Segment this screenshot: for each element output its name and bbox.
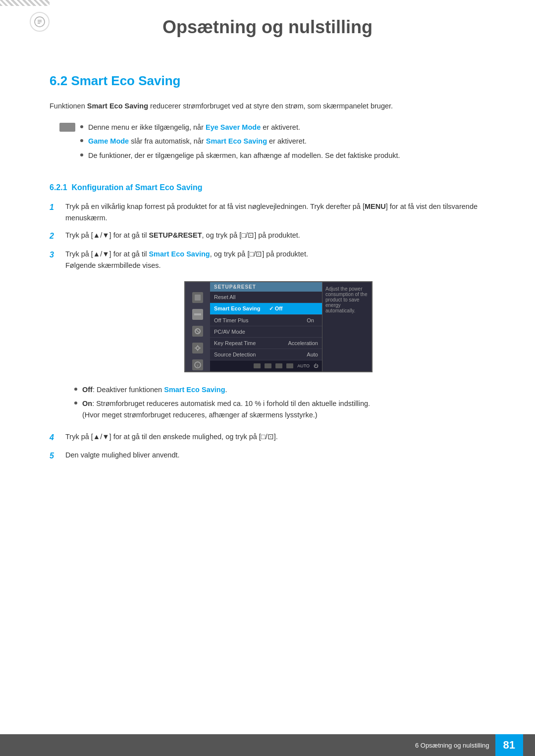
step-3-num: 3	[50, 249, 61, 261]
screen-container: i SETUP&RESET Reset All Smart Eco Saving…	[61, 281, 495, 372]
step-4: 4 Tryk på [▲/▼] for at gå til den ønsked…	[50, 431, 495, 444]
note-3-text: De funktioner, der er tilgængelige på sk…	[88, 150, 400, 161]
off-timer-label: Off Timer Plus	[214, 317, 248, 323]
page-title: Opsætning og nulstilling	[30, 17, 505, 38]
on-subtext: (Hvor meget strømforbruget reduceres, af…	[82, 409, 318, 421]
svg-point-9	[197, 345, 198, 346]
notes-list: Denne menu er ikke tilgængelig, når Eye …	[80, 122, 400, 161]
bullet-dot-2	[80, 139, 83, 142]
bullet-dot-on	[74, 402, 77, 404]
bullet-dot-off	[74, 388, 77, 391]
section-heading: 6.2 Smart Eco Saving	[50, 73, 495, 89]
page-footer: 6 Opsætning og nulstilling 81	[0, 734, 535, 756]
svg-text:i: i	[197, 363, 198, 368]
monitor-icon-info: i	[192, 359, 203, 370]
menu-item-off-timer: Off Timer Plus On	[210, 315, 322, 326]
svg-rect-4	[195, 295, 201, 301]
monitor-side-text: Adjust the power consumption of the prod…	[325, 286, 369, 313]
step-2-bold: SETUP&RESET	[149, 231, 202, 239]
svg-line-7	[196, 329, 200, 333]
step-2: 2 Tryk på [▲/▼] for at gå til SETUP&RESE…	[50, 230, 495, 243]
monitor-icon-1	[192, 292, 203, 303]
note-2-text: Game Mode slår fra automatisk, når Smart…	[88, 136, 307, 147]
svg-point-8	[196, 347, 199, 350]
intro-text-after: reducerer strømforbruget ved at styre de…	[148, 102, 393, 110]
monitor-bottom-bar: AUTO ⏻	[210, 360, 322, 371]
menu-item-pcav: PC/AV Mode	[210, 326, 322, 338]
step-3-bold: Smart Eco Saving	[149, 250, 210, 258]
source-label: Source Detection	[214, 352, 256, 357]
step-2-num: 2	[50, 230, 61, 243]
note-item-1: Denne menu er ikke tilgængelig, når Eye …	[80, 122, 400, 133]
bullet-off: Off: Deaktiver funktionen Smart Eco Savi…	[74, 384, 495, 396]
step-5-num: 5	[50, 450, 61, 462]
note-1-bold: Eye Saver Mode	[206, 123, 261, 131]
intro-text-before: Funktionen	[50, 102, 87, 110]
submenu-off: ✓ Off	[266, 304, 286, 313]
section-number: 6.2	[50, 73, 67, 88]
note-2-bold2: Smart Eco Saving	[206, 137, 267, 145]
step-5-text: Den valgte mulighed bliver anvendt.	[65, 450, 495, 461]
content-area: 6.2 Smart Eco Saving Funktionen Smart Ec…	[0, 49, 535, 510]
bottom-power-icon: ⏻	[314, 363, 318, 368]
on-text: On: Strømforbruget reduceres automatisk …	[82, 398, 370, 409]
menu-item-source: Source Detection Auto	[210, 349, 322, 360]
monitor-left-icons: i	[185, 282, 210, 371]
step-3-text: Tryk på [▲/▼] for at gå til Smart Eco Sa…	[65, 249, 495, 271]
source-value: Auto	[307, 352, 318, 357]
bullet-dot-3	[80, 153, 83, 156]
subsection-heading: 6.2.1 Konfiguration af Smart Eco Saving	[50, 183, 495, 192]
subsection-title: Konfiguration af Smart Eco Saving	[71, 183, 202, 192]
menu-item-keyrepeat: Key Repeat Time Acceleration	[210, 338, 322, 349]
page-title-bar: Opsætning og nulstilling	[0, 6, 535, 49]
monitor-center-menu: SETUP&RESET Reset All Smart Eco Saving ✓…	[210, 282, 322, 371]
note-item-3: De funktioner, der er tilgængelige på sk…	[80, 150, 400, 161]
top-stripe-decoration	[0, 0, 50, 6]
monitor-icon-gear	[192, 343, 203, 353]
step-1: 1 Tryk på en vilkårlig knap forrest på p…	[50, 201, 495, 224]
bottom-icon-4	[286, 363, 293, 368]
step-2-text: Tryk på [▲/▼] for at gå til SETUP&RESET,…	[65, 230, 495, 241]
monitor-screen: i SETUP&RESET Reset All Smart Eco Saving…	[184, 281, 373, 372]
bottom-icon-1	[254, 363, 261, 368]
off-on-bullets: Off: Deaktiver funktionen Smart Eco Savi…	[74, 384, 495, 421]
bullet-on: On: Strømforbruget reduceres automatisk …	[74, 398, 495, 421]
submenu-on: On	[307, 317, 318, 323]
menu-item-reset-all: Reset All	[210, 292, 322, 303]
bullet-dot	[80, 125, 83, 128]
step-1-bold: MENU	[365, 202, 386, 210]
menu-item-smart-eco: Smart Eco Saving ✓ Off	[210, 303, 322, 315]
note-block: Denne menu er ikke tilgængelig, når Eye …	[50, 122, 495, 173]
step-3-subtext: Følgende skærmbillede vises.	[65, 261, 161, 269]
step-1-num: 1	[50, 201, 61, 214]
step-3: 3 Tryk på [▲/▼] for at gå til Smart Eco …	[50, 249, 495, 271]
svg-point-11	[195, 348, 196, 349]
note-item-2: Game Mode slår fra automatisk, når Smart…	[80, 136, 400, 147]
bottom-icon-2	[265, 363, 271, 368]
chapter-badge	[30, 12, 50, 32]
step-5: 5 Den valgte mulighed bliver anvendt.	[50, 450, 495, 462]
key-repeat-label: Key Repeat Time	[214, 340, 256, 346]
intro-bold-term: Smart Eco Saving	[87, 102, 148, 110]
on-label: On	[82, 400, 92, 407]
subsection-number: 6.2.1	[50, 183, 67, 192]
monitor-icon-3	[192, 326, 203, 337]
bottom-auto-label: AUTO	[297, 363, 310, 368]
off-text: Off: Deaktiver funktionen Smart Eco Savi…	[82, 384, 227, 396]
section-title: Smart Eco Saving	[71, 73, 180, 88]
note-1-text: Denne menu er ikke tilgængelig, når Eye …	[88, 122, 300, 133]
off-bold-term: Smart Eco Saving	[164, 386, 225, 394]
svg-rect-5	[194, 313, 201, 315]
footer-page-number: 81	[495, 734, 523, 756]
bottom-icon-3	[275, 363, 282, 368]
steps-list: 1 Tryk på en vilkårlig knap forrest på p…	[50, 201, 495, 271]
step-4-text: Tryk på [▲/▼] for at gå til den ønskede …	[65, 431, 495, 443]
note-2-bold1: Game Mode	[88, 137, 129, 145]
menu-header: SETUP&RESET	[210, 282, 322, 292]
step-1-text: Tryk på en vilkårlig knap forrest på pro…	[65, 201, 495, 224]
key-repeat-value: Acceleration	[288, 340, 318, 346]
intro-paragraph: Funktionen Smart Eco Saving reducerer st…	[50, 101, 495, 112]
monitor-icon-2	[192, 309, 203, 320]
step-4-num: 4	[50, 431, 61, 444]
svg-point-10	[197, 350, 198, 351]
